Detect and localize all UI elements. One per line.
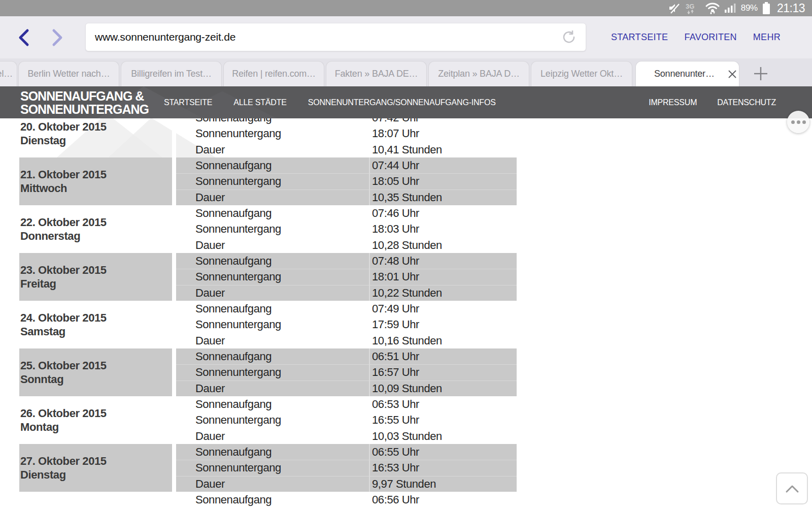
label-sonnenaufgang: Sonnenaufgang xyxy=(176,301,369,316)
label-dauer: Dauer xyxy=(176,189,369,205)
row-date: 24. Oktober 2015 xyxy=(20,311,172,325)
sun-times-table: 20. Oktober 2015 Dienstag Sonnenaufgang … xyxy=(19,118,517,508)
label-sonnenuntergang: Sonnenuntergang xyxy=(176,221,369,237)
tab-sonnenuntergang-active[interactable]: Sonnenunter… xyxy=(635,61,739,86)
table-row-group-28-okt-partial: Sonnenaufgang 06:56 Uhr xyxy=(19,492,517,508)
value-duration: 10,28 Stunden xyxy=(370,237,517,253)
scroll-to-top-button[interactable] xyxy=(776,472,808,504)
screen: 3G 89% xyxy=(0,0,812,508)
mehr-link[interactable]: MEHR xyxy=(753,32,781,43)
label-sonnenuntergang: Sonnenuntergang xyxy=(176,173,369,189)
row-date: 26. Oktober 2015 xyxy=(20,406,172,420)
value-sunrise: 06:51 Uhr xyxy=(370,348,517,364)
nav-alle-staedte[interactable]: ALLE STÄDTE xyxy=(233,98,287,107)
table-row-group-21-okt: 21. Oktober 2015 Mittwoch Sonnenaufgang … xyxy=(19,157,517,205)
dot-icon xyxy=(797,120,800,124)
label-sonnenuntergang: Sonnenuntergang xyxy=(176,125,369,141)
value-sunrise: 07:42 Uhr xyxy=(370,118,517,125)
status-bar: 3G 89% xyxy=(0,0,812,16)
chevron-up-icon xyxy=(784,484,801,494)
nav-startseite[interactable]: STARTSEITE xyxy=(164,98,212,107)
label-sonnenuntergang: Sonnenuntergang xyxy=(176,412,369,428)
nav-datenschutz[interactable]: DATENSCHUTZ xyxy=(717,98,776,107)
label-dauer: Dauer xyxy=(176,380,369,396)
table-row-group-23-okt: 23. Oktober 2015 Freitag Sonnenaufgang S… xyxy=(19,253,517,301)
table-row-group-20-okt: 20. Oktober 2015 Dienstag Sonnenaufgang … xyxy=(19,118,517,157)
row-day: Sonntag xyxy=(20,372,172,386)
site-header: SONNENAUFGANG & SONNENUNTERGANG STARTSEI… xyxy=(0,86,812,118)
page-content: 20. Oktober 2015 Dienstag Sonnenaufgang … xyxy=(0,118,812,508)
value-sunrise: 06:55 Uhr xyxy=(370,444,517,460)
row-day: Mittwoch xyxy=(20,181,172,195)
row-date: 25. Oktober 2015 xyxy=(20,359,172,372)
svg-text:3G: 3G xyxy=(686,3,694,10)
tab-billigreifen[interactable]: Billigreifen im Test… xyxy=(121,61,222,86)
battery-icon xyxy=(763,2,770,14)
value-sunset: 16:57 Uhr xyxy=(370,364,517,380)
value-sunrise: 07:48 Uhr xyxy=(370,253,517,269)
value-sunset: 17:59 Uhr xyxy=(370,316,517,332)
value-sunrise: 06:56 Uhr xyxy=(370,492,517,507)
battery-percent: 89% xyxy=(741,3,758,13)
value-sunrise: 07:46 Uhr xyxy=(370,205,517,221)
row-day: Montag xyxy=(20,420,172,434)
value-duration: 10,22 Stunden xyxy=(370,285,517,301)
tab-fakten-baja[interactable]: Fakten » BAJA DE… xyxy=(326,61,427,86)
tab-leipzig-wetter[interactable]: Leipzig Wetter Okt… xyxy=(531,61,632,86)
site-nav: STARTSEITE ALLE STÄDTE SONNENUNTERGANG/S… xyxy=(164,86,496,118)
tab-strip: el… Berlin Wetter nach… Billigreifen im … xyxy=(0,58,812,86)
label-sonnenaufgang: Sonnenaufgang xyxy=(176,492,369,507)
back-button[interactable] xyxy=(14,28,35,47)
nav-infos[interactable]: SONNENUNTERGANG/SONNENAUFGANG-INFOS xyxy=(308,98,496,107)
table-row-group-25-okt: 25. Oktober 2015 Sonntag Sonnenaufgang S… xyxy=(19,348,517,396)
reload-icon[interactable] xyxy=(561,29,577,45)
value-duration: 10,09 Stunden xyxy=(370,380,517,396)
value-sunrise: 07:49 Uhr xyxy=(370,301,517,316)
value-sunrise: 06:53 Uhr xyxy=(370,396,517,412)
label-dauer: Dauer xyxy=(176,428,369,444)
browser-toolbar: www.sonnenuntergang-zeit.de STARTSEITE F… xyxy=(0,16,812,58)
site-nav-right: IMPRESSUM DATENSCHUTZ xyxy=(649,86,776,118)
site-logo[interactable]: SONNENAUFGANG & SONNENUNTERGANG xyxy=(20,89,149,116)
value-sunset: 18:03 Uhr xyxy=(370,221,517,237)
new-tab-button[interactable] xyxy=(741,61,780,86)
label-dauer: Dauer xyxy=(176,333,369,348)
signal-strength-icon xyxy=(725,3,736,13)
tab-zeitplan-baja[interactable]: Zeitplan » BAJA D… xyxy=(428,61,529,86)
label-sonnenaufgang: Sonnenaufgang xyxy=(176,253,369,269)
forward-button[interactable] xyxy=(47,28,67,47)
table-row-group-24-okt: 24. Oktober 2015 Samstag Sonnenaufgang S… xyxy=(19,301,517,348)
dot-icon xyxy=(791,120,795,124)
label-sonnenuntergang: Sonnenuntergang xyxy=(176,269,369,284)
value-sunrise: 07:44 Uhr xyxy=(370,157,517,173)
nav-impressum[interactable]: IMPRESSUM xyxy=(649,98,697,107)
label-sonnenuntergang: Sonnenuntergang xyxy=(176,364,369,380)
floating-more-button[interactable] xyxy=(787,111,809,133)
favoriten-link[interactable]: FAVORITEN xyxy=(684,32,736,43)
close-tab-icon[interactable] xyxy=(728,70,737,79)
row-day: Dienstag xyxy=(20,134,172,147)
label-sonnenaufgang: Sonnenaufgang xyxy=(176,157,369,173)
row-date: 22. Oktober 2015 xyxy=(20,215,172,229)
url-text[interactable]: www.sonnenuntergang-zeit.de xyxy=(95,31,561,43)
row-day: Donnerstag xyxy=(20,229,172,243)
label-sonnenaufgang: Sonnenaufgang xyxy=(176,396,369,412)
address-bar[interactable]: www.sonnenuntergang-zeit.de xyxy=(85,23,586,51)
dot-icon xyxy=(802,120,806,124)
row-day: Dienstag xyxy=(20,468,172,482)
value-duration: 10,41 Stunden xyxy=(370,142,517,157)
startseite-link[interactable]: STARTSEITE xyxy=(611,32,668,43)
table-row-group-27-okt: 27. Oktober 2015 Dienstag Sonnenaufgang … xyxy=(19,444,517,492)
label-sonnenuntergang: Sonnenuntergang xyxy=(176,316,369,332)
label-dauer: Dauer xyxy=(176,237,369,253)
tab-reifen[interactable]: Reifen | reifen.com… xyxy=(223,61,324,86)
toolbar-links: STARTSEITE FAVORITEN MEHR xyxy=(611,16,781,58)
tab-partial[interactable]: el… xyxy=(0,61,17,86)
label-dauer: Dauer xyxy=(176,285,369,301)
tab-berlin-wetter[interactable]: Berlin Wetter nach… xyxy=(18,61,119,86)
table-row-group-26-okt: 26. Oktober 2015 Montag Sonnenaufgang So… xyxy=(19,396,517,444)
value-duration: 10,03 Stunden xyxy=(370,428,517,444)
value-sunset: 18:05 Uhr xyxy=(370,173,517,189)
row-date: 23. Oktober 2015 xyxy=(20,263,172,277)
label-sonnenaufgang: Sonnenaufgang xyxy=(176,118,369,125)
